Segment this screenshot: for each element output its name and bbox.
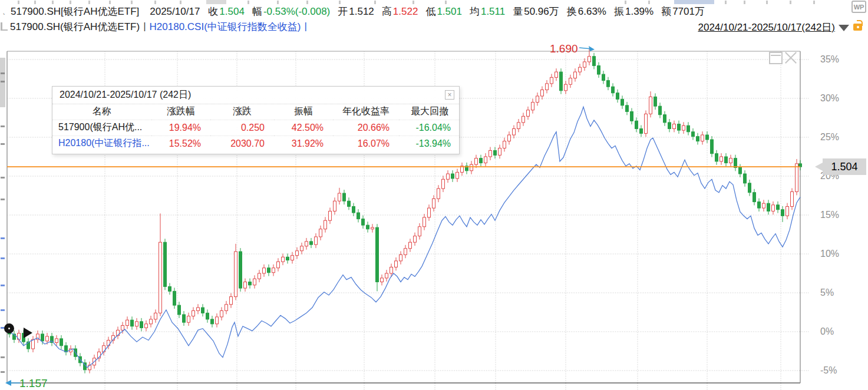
stats-column-header: 最大回撤: [399, 104, 460, 120]
stats-series-name: H20180(中证银行指...: [52, 135, 151, 151]
stats-value: 20.66%: [333, 120, 399, 135]
close-icon[interactable]: [784, 52, 797, 64]
stats-series-name: 517900(银行AH优...: [52, 120, 151, 135]
price-chart-svg[interactable]: [0, 0, 868, 390]
play-arrow-icon[interactable]: [24, 328, 32, 338]
stats-value: 31.92%: [274, 135, 333, 151]
table-row[interactable]: 517900(银行AH优...19.94%0.25042.50%20.66%-1…: [52, 120, 460, 135]
stats-value: 16.07%: [333, 135, 399, 151]
stats-value: 19.94%: [151, 120, 210, 135]
stats-column-header: 名称: [52, 104, 151, 120]
stats-column-header: 涨跌: [210, 104, 274, 120]
stats-value: 2030.70: [210, 135, 274, 151]
stats-column-header: 振幅: [274, 104, 333, 120]
high-arrow-icon: [579, 44, 596, 53]
popup-title: 2024/10/21-2025/10/17 (242日): [60, 89, 191, 101]
stats-column-header: 涨跌幅: [151, 104, 210, 120]
panel-layout-icon[interactable]: [769, 52, 783, 64]
stats-value: 0.250: [210, 120, 274, 135]
last-price-tag: 1.504: [823, 158, 866, 175]
interval-stats-popup: 2024/10/21-2025/10/17 (242日) × 名称涨跌幅涨跌振幅…: [52, 86, 460, 154]
stats-value: 15.52%: [151, 135, 210, 151]
popup-close-icon[interactable]: ×: [445, 90, 454, 100]
interval-stats-table: 名称涨跌幅涨跌振幅年化收益率最大回撤 517900(银行AH优...19.94%…: [52, 104, 460, 151]
stats-column-header: 年化收益率: [333, 104, 399, 120]
replay-circle-icon[interactable]: [4, 323, 14, 333]
table-row[interactable]: H20180(中证银行指...15.52%2030.7031.92%16.07%…: [52, 135, 460, 151]
high-price-annotation: 1.690: [550, 42, 578, 55]
low-price-annotation: 1.157: [19, 377, 48, 390]
stats-value: -13.94%: [399, 135, 460, 151]
stats-value: 42.50%: [274, 120, 333, 135]
trading-app-window: 、 517900.SH[银行AH优选ETF] 2025/10/17 收1.504…: [0, 0, 868, 390]
stats-value: -16.04%: [399, 120, 460, 135]
low-arrow-icon: [5, 379, 21, 387]
